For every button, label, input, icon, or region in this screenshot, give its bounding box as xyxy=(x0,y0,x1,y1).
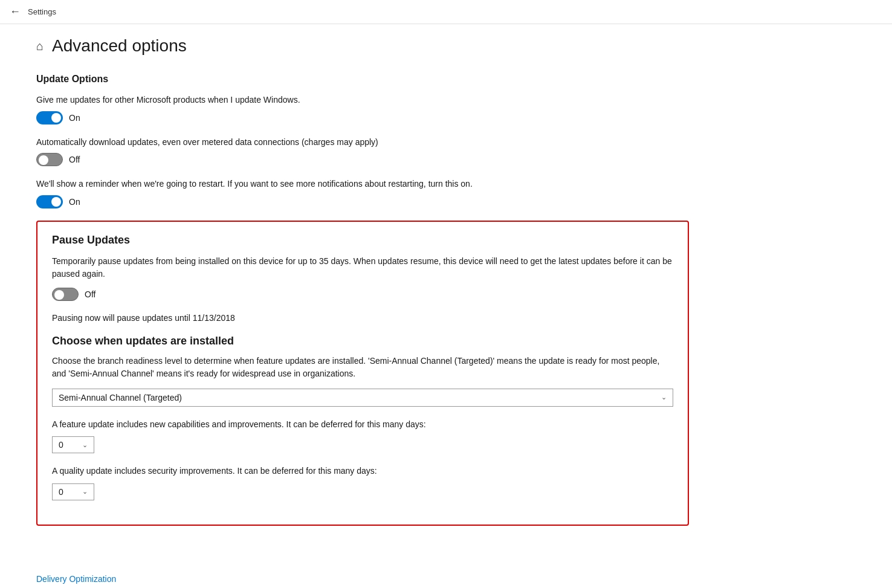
channel-dropdown-value: Semi-Annual Channel (Targeted) xyxy=(59,393,182,402)
toggle3-container: On xyxy=(36,195,689,208)
choose-when-title: Choose when updates are installed xyxy=(52,335,673,347)
delivery-optimization-link[interactable]: Delivery Optimization xyxy=(36,574,856,584)
channel-dropdown-chevron: ⌄ xyxy=(661,393,667,401)
toggle3-slider xyxy=(36,195,63,208)
quality-update-dropdown[interactable]: 0 ⌄ xyxy=(52,483,94,500)
title-bar-text: Settings xyxy=(28,7,56,16)
page-title: Advanced options xyxy=(52,36,187,56)
update-options-title: Update Options xyxy=(36,74,689,85)
title-bar: ← Settings xyxy=(0,0,892,24)
pause-until-text: Pausing now will pause updates until 11/… xyxy=(52,313,673,323)
pause-toggle-label: Off xyxy=(85,289,95,299)
toggle2-description: Automatically download updates, even ove… xyxy=(36,137,689,149)
toggle1-label: On xyxy=(69,113,80,123)
feature-update-chevron: ⌄ xyxy=(82,441,88,449)
toggle1-switch[interactable] xyxy=(36,111,63,124)
quality-update-value: 0 xyxy=(59,487,63,497)
feature-update-dropdown[interactable]: 0 ⌄ xyxy=(52,436,94,453)
feature-update-description: A feature update includes new capabiliti… xyxy=(52,419,673,431)
home-icon[interactable]: ⌂ xyxy=(36,39,44,53)
pause-toggle-switch[interactable] xyxy=(52,288,79,301)
toggle1-row: Give me updates for other Microsoft prod… xyxy=(36,94,689,124)
page-header: ⌂ Advanced options xyxy=(36,36,689,56)
quality-update-description: A quality update includes security impro… xyxy=(52,465,673,477)
quality-update-chevron: ⌄ xyxy=(82,488,88,496)
bottom-links: Delivery Optimization Privacy settings xyxy=(0,568,892,588)
pause-description: Temporarily pause updates from being ins… xyxy=(52,255,673,280)
pause-updates-box: Pause Updates Temporarily pause updates … xyxy=(36,221,689,526)
toggle3-switch[interactable] xyxy=(36,195,63,208)
main-content: ⌂ Advanced options Update Options Give m… xyxy=(0,24,725,562)
toggle2-label: Off xyxy=(69,155,80,164)
toggle2-switch[interactable] xyxy=(36,153,63,166)
update-options-section: Update Options Give me updates for other… xyxy=(36,74,689,208)
toggle1-description: Give me updates for other Microsoft prod… xyxy=(36,94,689,106)
pause-toggle-container: Off xyxy=(52,288,673,301)
toggle1-slider xyxy=(36,111,63,124)
feature-update-value: 0 xyxy=(59,440,63,450)
pause-updates-title: Pause Updates xyxy=(52,234,673,247)
pause-toggle-slider xyxy=(52,288,79,301)
toggle3-label: On xyxy=(69,197,80,207)
back-button[interactable]: ← xyxy=(10,5,21,18)
toggle3-description: We'll show a reminder when we're going t… xyxy=(36,178,689,190)
toggle2-container: Off xyxy=(36,153,689,166)
toggle2-row: Automatically download updates, even ove… xyxy=(36,137,689,167)
channel-dropdown[interactable]: Semi-Annual Channel (Targeted) ⌄ xyxy=(52,389,673,407)
channel-description: Choose the branch readiness level to det… xyxy=(52,355,673,380)
toggle2-slider xyxy=(36,153,63,166)
toggle3-row: We'll show a reminder when we're going t… xyxy=(36,178,689,208)
toggle1-container: On xyxy=(36,111,689,124)
